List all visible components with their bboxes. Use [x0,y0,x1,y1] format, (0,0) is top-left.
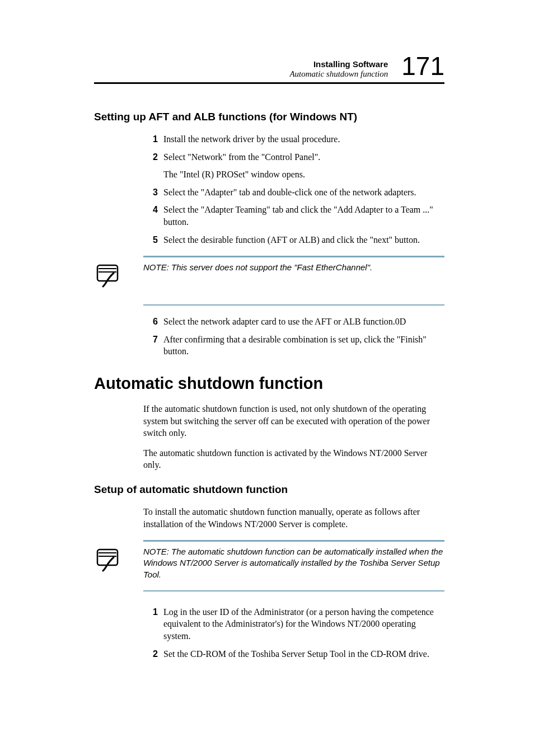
list-text: Select "Network" from the "Control Panel… [163,151,444,163]
list-item: 1 Log in the user ID of the Administrato… [143,606,444,642]
header-chapter-title: Installing Software [289,59,388,69]
header-rule [94,82,444,84]
list-number: 4 [143,204,158,228]
list-text: Log in the user ID of the Administrator … [163,606,444,642]
list-number: 1 [143,606,158,642]
note-content: NOTE: The automatic shutdown function ca… [143,546,444,580]
note-content: NOTE: This server does not support the "… [143,262,444,294]
list-subtext: The "Intel (R) PROSet" window opens. [163,168,444,181]
list-number: 3 [143,186,158,199]
svg-rect-0 [97,265,118,281]
note-rule-top [143,256,444,257]
page-number: 171 [401,53,444,79]
list-text: Select the "Adapter Teaming" tab and cli… [163,204,444,228]
list-text: Install the network driver by the usual … [163,133,444,145]
section-heading-auto-shutdown: Automatic shutdown function [94,374,444,393]
paragraph: To install the automatic shutdown functi… [143,506,444,530]
list-number: 2 [143,648,158,660]
list-item: 6 Select the network adapter card to use… [143,316,444,328]
note-rule-top [143,540,444,542]
list-text: Select the "Adapter" tab and double-clic… [163,186,444,199]
list-text: After confirming that a desirable combin… [163,334,444,358]
ordered-list-1: 1 Install the network driver by the usua… [143,133,444,163]
ordered-list-2: 6 Select the network adapter card to use… [143,316,444,358]
ordered-list-1b: 3 Select the "Adapter" tab and double-cl… [143,186,444,246]
section-heading-setup-shutdown: Setup of automatic shutdown function [94,483,444,496]
note-block-2: NOTE: The automatic shutdown function ca… [143,540,444,591]
page-header: Installing Software Automatic shutdown f… [94,53,444,79]
section-heading-aft-alb: Setting up AFT and ALB functions (for Wi… [94,111,444,123]
list-number: 1 [143,133,158,145]
list-text: Set the CD-ROM of the Toshiba Server Set… [163,648,444,660]
paragraph: The automatic shutdown function is activ… [143,447,444,471]
note-block-1: NOTE: This server does not support the "… [143,256,444,306]
svg-rect-1 [97,550,118,565]
paragraph: If the automatic shutdown function is us… [143,403,444,439]
note-rule-bottom [143,304,444,306]
list-number: 6 [143,316,158,328]
list-number: 5 [143,234,158,246]
list-item: 2 Set the CD-ROM of the Toshiba Server S… [143,648,444,660]
list-item: 1 Install the network driver by the usua… [143,133,444,145]
header-section-title: Automatic shutdown function [289,69,388,79]
header-text-block: Installing Software Automatic shutdown f… [289,59,388,79]
list-number: 7 [143,334,158,358]
list-item: 4 Select the "Adapter Teaming" tab and c… [143,204,444,228]
list-item: 5 Select the desirable function (AFT or … [143,234,444,246]
list-text: Select the desirable function (AFT or AL… [163,234,444,246]
ordered-list-3: 1 Log in the user ID of the Administrato… [143,606,444,660]
list-text: Select the network adapter card to use t… [163,316,444,328]
page-content: Installing Software Automatic shutdown f… [0,0,534,699]
list-item: 2 Select "Network" from the "Control Pan… [143,151,444,163]
note-text: NOTE: The automatic shutdown function ca… [143,546,444,580]
list-item: 7 After confirming that a desirable comb… [143,334,444,358]
list-number: 2 [143,151,158,163]
note-icon [94,545,125,579]
note-icon [94,261,125,294]
note-rule-bottom [143,590,444,591]
note-text: NOTE: This server does not support the "… [143,262,372,273]
list-item: 3 Select the "Adapter" tab and double-cl… [143,186,444,199]
